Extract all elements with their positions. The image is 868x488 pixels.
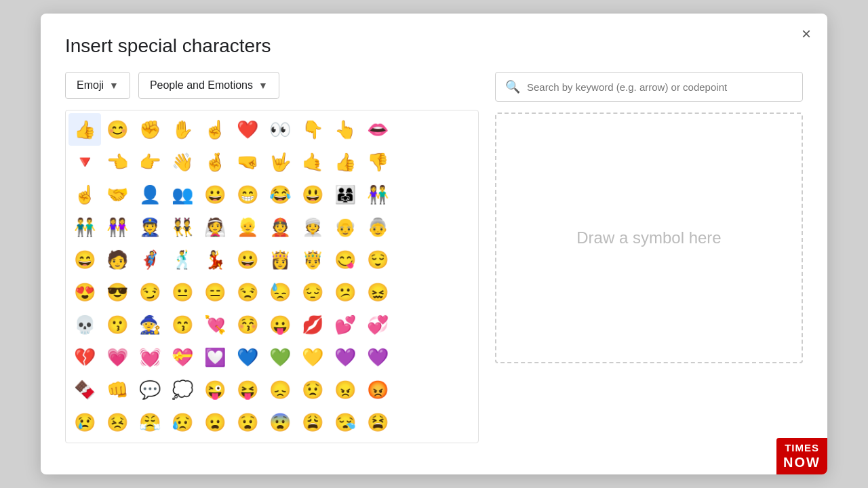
emoji-cell[interactable]: 😑 (199, 276, 231, 308)
emoji-cell[interactable]: 💕 (329, 308, 361, 341)
emoji-cell[interactable]: 😛 (264, 308, 296, 341)
emoji-cell[interactable]: 😴 (329, 439, 361, 443)
emoji-cell[interactable]: 💜 (361, 341, 394, 373)
emoji-cell[interactable]: 💃 (199, 243, 231, 276)
emoji-cell[interactable]: 👰 (199, 211, 231, 243)
emoji-cell[interactable]: 💔 (68, 341, 101, 373)
emoji-cell[interactable]: 😚 (231, 308, 264, 341)
emoji-cell[interactable]: ✋ (166, 113, 199, 146)
emoji-cell[interactable]: 👉 (134, 146, 166, 178)
emoji-cell[interactable]: 💚 (264, 341, 296, 373)
emoji-cell[interactable]: 🔻 (68, 146, 101, 178)
emoji-cell[interactable]: 😨 (264, 406, 296, 439)
emoji-cell[interactable]: 👵 (361, 211, 394, 243)
emoji-cell[interactable]: 🤞 (199, 146, 231, 178)
emoji-cell[interactable]: 😧 (231, 406, 264, 439)
emoji-cell[interactable]: 😐 (166, 276, 199, 308)
emoji-cell[interactable]: 😱 (231, 439, 264, 443)
emoji-cell[interactable]: 😂 (264, 178, 296, 211)
emoji-cell[interactable]: 😊 (101, 113, 134, 146)
emoji-cell[interactable]: 😀 (231, 243, 264, 276)
emoji-cell[interactable]: 😭 (101, 439, 134, 443)
emoji-cell[interactable]: 😁 (231, 178, 264, 211)
emoji-cell[interactable]: 😩 (296, 406, 329, 439)
emoji-cell[interactable]: ☝️ (68, 178, 101, 211)
emoji-cell[interactable]: 👋 (166, 146, 199, 178)
emoji-cell[interactable]: 👍 (329, 146, 361, 178)
emoji-cell[interactable]: 👨‍👩‍👧 (329, 178, 361, 211)
emoji-cell[interactable]: 😋 (329, 243, 361, 276)
emoji-cell[interactable]: 💝 (166, 341, 199, 373)
close-button[interactable]: × (802, 26, 811, 42)
emoji-cell[interactable]: 😖 (361, 276, 394, 308)
emoji-cell[interactable]: 💭 (166, 373, 199, 406)
emoji-cell[interactable]: 🧑 (101, 243, 134, 276)
emoji-cell[interactable]: 💀 (68, 308, 101, 341)
emoji-cell[interactable]: 👯 (166, 211, 199, 243)
emoji-cell[interactable]: 😫 (361, 406, 394, 439)
emoji-cell[interactable]: 😓 (264, 276, 296, 308)
emoji-cell[interactable]: 💋 (296, 308, 329, 341)
emoji-cell[interactable]: 😰 (199, 439, 231, 443)
emoji-cell[interactable]: 🤝 (101, 178, 134, 211)
emoji-cell[interactable]: 😏 (134, 276, 166, 308)
emoji-cell[interactable]: 👤 (134, 178, 166, 211)
emoji-cell[interactable]: 👈 (101, 146, 134, 178)
emoji-cell[interactable]: 👫 (361, 178, 394, 211)
emoji-cell[interactable]: 😗 (101, 308, 134, 341)
search-box[interactable]: 🔍 (495, 72, 803, 102)
type-dropdown[interactable]: Emoji ▼ (65, 72, 130, 99)
emoji-cell[interactable]: 😮 (134, 439, 166, 443)
emoji-cell[interactable]: 💜 (329, 341, 361, 373)
emoji-cell[interactable]: 😝 (231, 373, 264, 406)
emoji-cell[interactable]: ☝️ (199, 113, 231, 146)
emoji-cell[interactable]: 🦸 (134, 243, 166, 276)
emoji-cell[interactable]: 😵 (361, 439, 394, 443)
emoji-cell[interactable]: 🧙 (134, 308, 166, 341)
emoji-cell[interactable]: 👭 (101, 211, 134, 243)
emoji-cell[interactable]: 😄 (68, 243, 101, 276)
emoji-cell[interactable]: 👸 (264, 243, 296, 276)
category-dropdown[interactable]: People and Emotions ▼ (138, 72, 279, 99)
emoji-cell[interactable]: 👀 (264, 113, 296, 146)
emoji-cell[interactable]: 👄 (361, 113, 394, 146)
emoji-cell[interactable]: 🤜 (231, 146, 264, 178)
emoji-cell[interactable]: ✊ (134, 113, 166, 146)
emoji-cell[interactable]: 😥 (166, 406, 199, 439)
emoji-cell[interactable]: 😣 (101, 406, 134, 439)
emoji-cell[interactable]: 👆 (329, 113, 361, 146)
emoji-cell[interactable]: 🤙 (296, 146, 329, 178)
emoji-cell[interactable]: 💟 (199, 341, 231, 373)
emoji-cell[interactable]: 😲 (264, 439, 296, 443)
emoji-cell[interactable]: 🤟 (264, 146, 296, 178)
emoji-cell[interactable]: 😔 (296, 276, 329, 308)
emoji-cell[interactable]: 💛 (296, 341, 329, 373)
emoji-cell[interactable]: 👎 (361, 146, 394, 178)
emoji-cell[interactable]: 😯 (166, 439, 199, 443)
emoji-cell[interactable]: 😞 (264, 373, 296, 406)
emoji-grid[interactable]: 👍😊✊✋☝️❤️👀👇👆👄🔻👈👉👋🤞🤜🤟🤙👍👎☝️🤝👤👥😀😁😂😃👨‍👩‍👧👫👬👭👮… (66, 110, 397, 443)
draw-area[interactable]: Draw a symbol here (495, 113, 803, 363)
emoji-cell[interactable]: 👬 (68, 211, 101, 243)
emoji-cell[interactable]: 💗 (101, 341, 134, 373)
emoji-cell[interactable]: 💙 (231, 341, 264, 373)
emoji-cell[interactable]: 🤴 (296, 243, 329, 276)
emoji-cell[interactable]: 🕺 (166, 243, 199, 276)
emoji-cell[interactable]: 😪 (329, 406, 361, 439)
emoji-cell[interactable]: 😟 (296, 373, 329, 406)
emoji-cell[interactable]: 😙 (166, 308, 199, 341)
emoji-cell[interactable]: 👇 (296, 113, 329, 146)
emoji-cell[interactable]: ❤️ (231, 113, 264, 146)
emoji-cell[interactable]: 👱 (231, 211, 264, 243)
emoji-cell[interactable]: 😜 (199, 373, 231, 406)
emoji-cell[interactable]: 👴 (329, 211, 361, 243)
emoji-cell[interactable]: 👊 (101, 373, 134, 406)
emoji-cell[interactable]: 👍 (68, 113, 101, 146)
emoji-cell[interactable]: 😌 (361, 243, 394, 276)
emoji-cell[interactable]: 😍 (68, 276, 101, 308)
emoji-cell[interactable]: 👲 (264, 211, 296, 243)
emoji-cell[interactable]: 😦 (199, 406, 231, 439)
emoji-cell[interactable]: 👳 (296, 211, 329, 243)
emoji-cell[interactable]: 😠 (329, 373, 361, 406)
emoji-cell[interactable]: 👮 (134, 211, 166, 243)
